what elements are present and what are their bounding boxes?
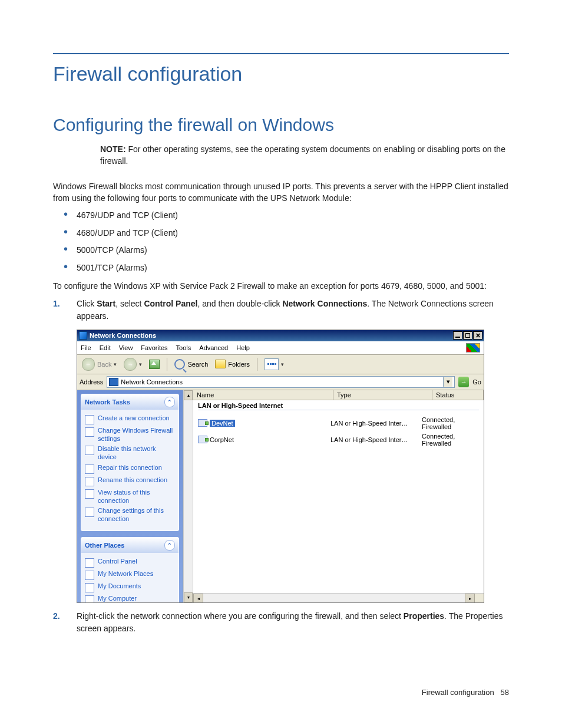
menu-file[interactable]: File [81,344,91,351]
task-disable-device[interactable]: Disable this network device [85,445,175,462]
task-change-firewall[interactable]: Change Windows Firewall settings [85,427,175,443]
connection-name: CorpNet [210,436,234,443]
titlebar: Network Connections ✕ [77,330,484,341]
lead-paragraph-2: To configure the Windows XP with Service… [53,280,509,292]
window-icon [79,331,87,340]
task-change-settings[interactable]: Change settings of this connection [85,507,175,523]
menu-view[interactable]: View [119,344,133,351]
menubar: File Edit View Favorites Tools Advanced … [77,341,484,355]
step-item: 1. Click Start, select Control Panel, an… [53,298,509,322]
task-icon [85,415,94,424]
menu-edit[interactable]: Edit [100,344,111,351]
search-button[interactable]: Search [172,358,210,371]
note-label: NOTE: [100,144,126,154]
step-item: 2. Right-click the network connection wh… [53,610,509,635]
folders-icon [215,360,226,368]
network-tasks-header[interactable]: Network Tasks ⌃ [81,394,178,410]
other-places-header[interactable]: Other Places ⌃ [81,538,178,553]
address-field[interactable]: Network Connections ▾ [107,376,455,388]
windows-flag-icon [466,343,480,353]
step-number: 2. [53,610,60,622]
place-control-panel[interactable]: Control Panel [85,558,175,568]
forward-dropdown-icon[interactable]: ▾ [139,361,142,367]
task-view-status[interactable]: View status of this connection [85,489,175,505]
step-text: Click Start, select Control Panel, and t… [77,299,494,321]
minimize-button[interactable] [453,331,462,340]
column-headers[interactable]: Name Type Status [193,390,484,400]
collapse-icon[interactable]: ⌃ [164,397,175,407]
nic-icon [198,436,207,443]
forward-button[interactable]: → ▾ [121,357,144,372]
task-repair-connection[interactable]: Repair this connection [85,464,175,474]
menu-help[interactable]: Help [236,344,250,351]
scroll-left-button[interactable]: ◂ [193,594,203,602]
toolbar: ← Back ▾ → ▾ Search Folders [77,355,484,374]
toolbar-separator [167,358,167,371]
search-label: Search [187,361,208,368]
place-my-computer[interactable]: My Computer [85,595,175,602]
place-icon [85,571,94,580]
views-icon [265,358,279,370]
scroll-right-button[interactable]: ▸ [465,594,475,602]
footer-page-number: 58 [501,688,509,697]
back-button[interactable]: ← Back ▾ [80,357,119,372]
connection-row-devnet[interactable]: DevNet LAN or High-Speed Inter… Connecte… [193,415,484,431]
go-label: Go [472,378,481,386]
intro-paragraph: Windows Firewall blocks most communicati… [53,180,509,205]
folders-button[interactable]: Folders [213,358,252,370]
port-list: 4679/UDP and TCP (Client) 4680/UDP and T… [53,210,509,274]
horizontal-scrollbar[interactable]: ◂ ▸ [193,593,484,602]
scroll-up-button[interactable]: ▴ [184,390,193,400]
steps-list-cont: 2. Right-click the network connection wh… [53,610,509,635]
forward-arrow-icon: → [124,358,137,371]
views-button[interactable]: ▾ [262,357,286,371]
toolbar-separator [257,358,257,371]
collapse-icon[interactable]: ⌃ [164,540,175,551]
menu-favorites[interactable]: Favorites [141,344,167,351]
step-text: Right-click the network connection where… [77,611,503,633]
page-footer: Firewall configuration 58 [53,688,509,697]
close-button[interactable]: ✕ [473,331,482,340]
address-dropdown-icon[interactable]: ▾ [443,377,452,387]
connection-type: LAN or High-Speed Inter… [330,436,422,443]
menu-advanced[interactable]: Advanced [199,344,228,351]
address-bar: Address Network Connections ▾ → Go [77,374,484,390]
scroll-down-button[interactable]: ▾ [184,592,193,602]
list-view[interactable]: Name Type Status LAN or High-Speed Inter… [193,390,484,602]
group-header: LAN or High-Speed Internet [193,400,484,411]
place-icon [85,595,94,602]
nic-icon [198,419,207,427]
screenshot-network-connections: Network Connections ✕ File Edit View Fav… [77,330,509,603]
task-icon [85,489,94,499]
place-network-places[interactable]: My Network Places [85,570,175,580]
network-tasks-box: Network Tasks ⌃ Create a new connection … [81,394,179,531]
col-type[interactable]: Type [333,390,432,400]
connection-row-corpnet[interactable]: CorpNet LAN or High-Speed Inter… Connect… [193,431,484,448]
top-rule [53,53,509,54]
connection-type: LAN or High-Speed Inter… [330,420,422,427]
col-status[interactable]: Status [432,390,484,400]
col-name[interactable]: Name [193,390,333,400]
place-icon [85,558,94,568]
task-icon [85,508,94,517]
place-my-documents[interactable]: My Documents [85,582,175,592]
task-create-connection[interactable]: Create a new connection [85,414,175,424]
task-rename-connection[interactable]: Rename this connection [85,476,175,486]
maximize-button[interactable] [463,331,472,340]
other-places-box: Other Places ⌃ Control Panel My Network … [81,537,179,602]
up-button[interactable] [147,358,162,370]
window-title: Network Connections [90,332,156,339]
steps-list: 1. Click Start, select Control Panel, an… [53,298,509,322]
port-item: 5000/TCP (Alarms) [53,245,509,256]
views-dropdown-icon[interactable]: ▾ [281,361,284,367]
port-item: 4679/UDP and TCP (Client) [53,210,509,222]
other-places-list: Control Panel My Network Places My Docum… [81,553,178,602]
task-icon [85,446,94,455]
menu-tools[interactable]: Tools [176,344,191,351]
back-dropdown-icon[interactable]: ▾ [114,361,117,367]
go-button[interactable]: → [458,377,469,387]
network-connections-icon [109,378,118,386]
client-area: Network Tasks ⌃ Create a new connection … [77,390,484,602]
connection-status: Connected, Firewalled [422,433,484,447]
vertical-scrollbar[interactable]: ▴ ▾ [183,390,193,602]
